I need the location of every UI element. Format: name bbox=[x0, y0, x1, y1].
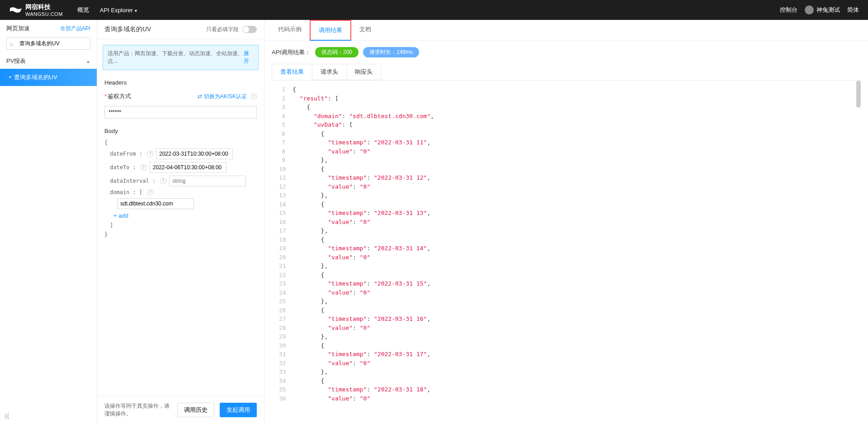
brace-open: { bbox=[104, 138, 257, 147]
code-line: 34 { bbox=[279, 376, 854, 386]
auth-input[interactable] bbox=[104, 106, 257, 119]
logo-icon bbox=[9, 5, 23, 15]
toggle-label: 只看必填字段 bbox=[206, 26, 239, 33]
dateto-input[interactable] bbox=[150, 162, 226, 173]
nav-overview[interactable]: 概览 bbox=[72, 6, 94, 14]
tab-doc[interactable]: 文档 bbox=[351, 20, 379, 40]
code-line: 14 { bbox=[279, 200, 854, 209]
user-menu[interactable]: 神兔测试 bbox=[805, 5, 840, 14]
body-section: Body bbox=[104, 128, 257, 134]
nav-api-explorer[interactable]: API Explorer bbox=[94, 7, 142, 14]
add-button[interactable]: + add bbox=[104, 210, 257, 221]
collapse-icon: ▲ bbox=[86, 59, 90, 64]
code-line: 33 }, bbox=[279, 367, 854, 376]
tab-result[interactable]: 调用结果 bbox=[310, 20, 351, 41]
status-badge: 状态码：200 bbox=[315, 47, 359, 57]
code-line: 28 "value": "0" bbox=[279, 324, 854, 333]
sidebar-title: 网页加速 bbox=[6, 24, 30, 33]
api-result-label: API调用结果： bbox=[272, 48, 311, 57]
search-input[interactable] bbox=[6, 37, 90, 50]
history-button[interactable]: 调用历史 bbox=[177, 403, 214, 417]
code-line: 25 }, bbox=[279, 297, 854, 306]
expand-link[interactable]: 展开 bbox=[244, 50, 254, 65]
help-icon[interactable]: ? bbox=[160, 178, 166, 184]
code-line: 10 { bbox=[279, 165, 854, 174]
subtab-view[interactable]: 查看结果 bbox=[272, 64, 312, 80]
right-panel: 代码示例 调用结果 文档 API调用结果： 状态码：200 请求时长：149ms… bbox=[264, 20, 868, 424]
code-line: 18 { bbox=[279, 235, 854, 244]
code-line: 23 "timestamp": "2022-03-31 15", bbox=[279, 279, 854, 288]
code-line: 12 "value": "0" bbox=[279, 182, 854, 191]
code-line: 26 { bbox=[279, 306, 854, 315]
sidebar-collapse[interactable]: ⟨⟨ bbox=[0, 408, 97, 424]
nav-section-pv[interactable]: PV报表 ▲ bbox=[0, 53, 97, 69]
code-line: 20 "value": "0" bbox=[279, 253, 854, 262]
help-icon[interactable]: ? bbox=[147, 189, 153, 195]
required-toggle[interactable] bbox=[242, 26, 257, 33]
logo[interactable]: 网宿科技 WANGSU.COM bbox=[9, 3, 63, 17]
code-line: 27 "timestamp": "2022-03-31 16", bbox=[279, 314, 854, 324]
code-line: 15 "timestamp": "2022-03-31 13", bbox=[279, 209, 854, 218]
footer-warning: 该操作等同于真实操作，请谨慎操作。 bbox=[104, 402, 172, 418]
time-badge: 请求时长：149ms bbox=[363, 47, 419, 57]
code-line: 24 "value": "0" bbox=[279, 288, 854, 297]
code-line: 17 }, bbox=[279, 226, 854, 235]
sidebar-item-uv[interactable]: 查询多域名的UV bbox=[0, 69, 97, 86]
code-viewer[interactable]: 1{2 "result": [3 {4 "domain": "sdt.dlbte… bbox=[272, 80, 861, 424]
console-link[interactable]: 控制台 bbox=[780, 6, 797, 14]
info-box: 适用产品：网页加速、下载分发、动态加速、全站加速、点... 展开 bbox=[103, 45, 259, 70]
code-line: 4 "domain": "sdt.dlbtest.cdn30.com", bbox=[279, 112, 854, 121]
code-line: 7 "timestamp": "2022-03-31 11", bbox=[279, 138, 854, 147]
code-line: 5 "uvData": [ bbox=[279, 120, 854, 129]
code-line: 11 "timestamp": "2022-03-31 12", bbox=[279, 173, 854, 182]
datainterval-input[interactable] bbox=[169, 176, 246, 186]
brand-en: WANGSU.COM bbox=[25, 11, 63, 17]
call-button[interactable]: 发起调用 bbox=[220, 403, 257, 417]
code-line: 2 "result": [ bbox=[279, 94, 854, 103]
code-line: 36 "value": "0" bbox=[279, 394, 854, 403]
username: 神兔测试 bbox=[816, 6, 840, 14]
code-line: 6 { bbox=[279, 129, 854, 138]
subtab-req[interactable]: 请求头 bbox=[312, 64, 347, 80]
avatar bbox=[805, 5, 814, 14]
code-line: 35 "timestamp": "2022-03-31 18", bbox=[279, 385, 854, 394]
top-header: 网宿科技 WANGSU.COM 概览 API Explorer 控制台 神兔测试… bbox=[0, 0, 868, 20]
help-icon[interactable]: ? bbox=[141, 164, 147, 171]
code-line: 21 }, bbox=[279, 262, 854, 271]
code-line: 19 "timestamp": "2022-03-31 14", bbox=[279, 244, 854, 253]
domain-input[interactable] bbox=[117, 198, 194, 209]
code-line: 30 { bbox=[279, 341, 854, 350]
code-line: 32 "value": "0" bbox=[279, 359, 854, 368]
code-line: 29 }, bbox=[279, 332, 854, 341]
code-line: 8 "value": "0" bbox=[279, 147, 854, 156]
sidebar: 网页加速 全部产品API ⌕ PV报表 ▲ 查询多域名的UV ⟨⟨ bbox=[0, 20, 97, 424]
tab-code[interactable]: 代码示例 bbox=[270, 20, 310, 40]
auth-switch-link[interactable]: ⇄ 切换为AK/SK认证 ? bbox=[198, 93, 257, 100]
auth-label: 鉴权方式 bbox=[104, 92, 131, 100]
swap-icon: ⇄ bbox=[198, 93, 202, 100]
code-line: 13 }, bbox=[279, 191, 854, 200]
scrollbar[interactable] bbox=[856, 81, 861, 108]
api-title: 查询多域名的UV bbox=[104, 25, 151, 33]
code-line: 22 { bbox=[279, 271, 854, 280]
code-line: 9 }, bbox=[279, 156, 854, 165]
lang-switch[interactable]: 简体 bbox=[847, 6, 859, 14]
help-icon[interactable]: ? bbox=[250, 93, 257, 100]
search-icon: ⌕ bbox=[10, 40, 14, 47]
subtab-res[interactable]: 响应头 bbox=[346, 64, 381, 80]
code-line: 31 "timestamp": "2022-03-31 17", bbox=[279, 350, 854, 359]
code-line: 16 "value": "0" bbox=[279, 218, 854, 227]
datefrom-input[interactable] bbox=[156, 148, 233, 159]
all-products-link[interactable]: 全部产品API bbox=[60, 25, 90, 33]
help-icon[interactable]: ? bbox=[147, 151, 153, 157]
headers-section: Headers bbox=[104, 79, 257, 86]
code-line: 1{ bbox=[279, 85, 854, 94]
brace-close: } bbox=[104, 230, 257, 239]
code-line: 3 { bbox=[279, 103, 854, 112]
brand-cn: 网宿科技 bbox=[25, 3, 63, 11]
middle-panel: 查询多域名的UV 只看必填字段 适用产品：网页加速、下载分发、动态加速、全站加速… bbox=[97, 20, 264, 424]
